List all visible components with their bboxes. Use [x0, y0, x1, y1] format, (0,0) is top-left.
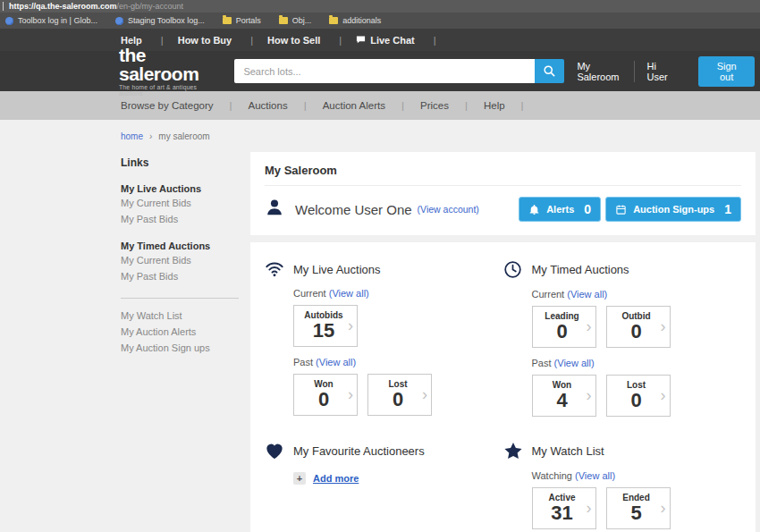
stat-autobids[interactable]: Autobids 15 [293, 305, 358, 347]
logo-title: the saleroom [119, 46, 215, 83]
page-title: My Saleroom [265, 164, 741, 186]
past-label: Past [293, 357, 313, 367]
bookmark-obj[interactable]: Obj... [279, 16, 312, 25]
section-my-watch-list: My Watch List Watching (View all) Active… [503, 442, 742, 529]
sign-out-button[interactable]: Sign out [698, 56, 755, 87]
section-my-favourite-auctioneers: My Favourite Auctioneers + Add more [265, 442, 503, 529]
breadcrumb: homemy saleroom [0, 120, 760, 141]
nav-help[interactable]: Help [484, 100, 540, 111]
sidebar-item-timed-past-bids[interactable]: My Past Bids [121, 270, 239, 284]
section-my-live-auctions: My Live Auctions Current (View all) Auto… [265, 260, 503, 417]
view-all-link[interactable]: (View all) [554, 358, 595, 368]
dashboard-panel: My Live Auctions Current (View all) Auto… [250, 242, 756, 532]
utility-nav-how-to-buy[interactable]: How to Buy [178, 35, 267, 46]
section-title: My Timed Auctions [532, 263, 629, 276]
site-logo[interactable]: the saleroom The home of art & antiques … [119, 46, 215, 97]
utility-nav-live-chat[interactable]: Live Chat [356, 35, 450, 46]
account-buttons: Alerts 0 Auction Sign-ups 1 [519, 197, 741, 222]
chevron-right-icon [348, 317, 353, 334]
sidebar-item-live-past-bids[interactable]: My Past Bids [121, 213, 239, 227]
stat-active[interactable]: Active 31 [532, 487, 596, 529]
alerts-button[interactable]: Alerts 0 [519, 197, 601, 222]
bell-icon [528, 204, 540, 215]
sidebar-heading-my-timed-auctions[interactable]: My Timed Auctions [121, 241, 239, 251]
view-all-link[interactable]: (View all) [329, 288, 369, 299]
stat-value: 31 [538, 502, 587, 523]
auction-signups-button[interactable]: Auction Sign-ups 1 [605, 197, 741, 222]
stat-outbid[interactable]: Outbid 0 [606, 306, 671, 348]
stat-value: 5 [612, 502, 661, 523]
person-icon [265, 198, 284, 221]
stat-value: 0 [374, 389, 422, 410]
search-icon [543, 64, 556, 78]
stat-row: Won 0 Lost 0 [293, 374, 503, 416]
chevron-right-icon [587, 318, 592, 335]
stat-won[interactable]: Won 0 [293, 374, 358, 416]
my-saleroom-link[interactable]: My Saleroom [564, 61, 633, 82]
chevron-right-icon [587, 387, 592, 404]
logo-tagline: The home of art & antiques auctions [119, 85, 215, 97]
bookmark-portals[interactable]: Portals [223, 16, 261, 25]
sidebar-item-my-watch-list[interactable]: My Watch List [121, 309, 239, 324]
nav-auction-alerts[interactable]: Auction Alerts [323, 100, 420, 111]
stat-value: 0 [612, 390, 661, 410]
section-body: Watching (View all) Active 31 [532, 470, 742, 529]
current-label: Current [293, 288, 326, 299]
url-path: /en-gb/my-account [117, 2, 184, 11]
header-right: My Saleroom Hi User Sign out [564, 56, 755, 87]
stat-lost[interactable]: Lost 0 [367, 374, 432, 416]
panel-gap [250, 235, 756, 242]
bookmark-staging-toolbox[interactable]: Staging Toolbox log... [115, 16, 205, 25]
calendar-icon [615, 204, 627, 215]
section-header: My Timed Auctions [503, 260, 742, 279]
user-greeting: Hi User [634, 61, 684, 82]
past-label: Past [532, 358, 552, 368]
section-title: My Live Auctions [293, 263, 381, 276]
utility-nav-help[interactable]: Help [121, 35, 178, 46]
stat-content: Active 31 [538, 493, 587, 523]
view-all-link[interactable]: (View all) [575, 470, 615, 481]
stat-won[interactable]: Won 4 [532, 375, 596, 417]
section-title: My Watch List [532, 444, 604, 458]
sidebar-item-my-auction-sign-ups[interactable]: My Auction Sign ups [121, 342, 239, 356]
sidebar-item-timed-current-bids[interactable]: My Current Bids [121, 254, 239, 268]
auction-signups-count: 1 [724, 202, 731, 216]
nav-prices[interactable]: Prices [420, 100, 484, 111]
stat-lost[interactable]: Lost 0 [606, 375, 671, 417]
view-all-link[interactable]: (View all) [316, 357, 356, 367]
folder-icon [279, 17, 288, 24]
bookmark-toolbox-login[interactable]: Toolbox log in | Glob... [5, 16, 97, 25]
utility-nav-how-to-sell[interactable]: How to Sell [267, 35, 356, 46]
view-account-link[interactable]: (View account) [418, 204, 479, 215]
search-input[interactable] [234, 59, 535, 83]
stat-content: Autobids 15 [300, 310, 348, 341]
bookmark-additionals[interactable]: additionals [329, 16, 381, 25]
main-column: My Saleroom Welcome User One (View accou… [250, 152, 756, 532]
nav-auctions[interactable]: Auctions [249, 100, 323, 111]
past-label-row: Past (View all) [532, 358, 742, 368]
stat-content: Outbid 0 [612, 311, 661, 342]
add-more-label: Add more [313, 473, 359, 484]
browser-url-bar[interactable]: https://qa.the-saleroom.com/en-gb/my-acc… [0, 0, 760, 13]
current-label: Current [532, 289, 565, 300]
sidebar-item-my-auction-alerts[interactable]: My Auction Alerts [121, 325, 239, 340]
stat-ended[interactable]: Ended 5 [606, 487, 671, 529]
alerts-count: 0 [584, 202, 591, 216]
stat-content: Won 4 [538, 380, 587, 410]
sidebar-heading-my-live-auctions[interactable]: My Live Auctions [121, 183, 239, 194]
stat-value: 0 [538, 321, 587, 342]
search-button[interactable] [535, 59, 564, 83]
sidebar-item-live-current-bids[interactable]: My Current Bids [121, 197, 239, 211]
nav-browse-by-category[interactable]: Browse by Category [121, 100, 249, 111]
stat-row: Autobids 15 [293, 305, 503, 347]
view-all-link[interactable]: (View all) [567, 289, 607, 300]
chevron-right-icon [348, 386, 353, 403]
account-panel: My Saleroom Welcome User One (View accou… [250, 152, 756, 235]
bookmark-label: Obj... [292, 16, 312, 25]
sidebar-group-timed: My Timed Auctions My Current Bids My Pas… [121, 241, 239, 284]
search-group [234, 59, 564, 83]
heart-icon [265, 442, 284, 460]
add-more-link[interactable]: + Add more [293, 472, 359, 485]
breadcrumb-home[interactable]: home [121, 131, 143, 141]
stat-leading[interactable]: Leading 0 [532, 306, 596, 348]
